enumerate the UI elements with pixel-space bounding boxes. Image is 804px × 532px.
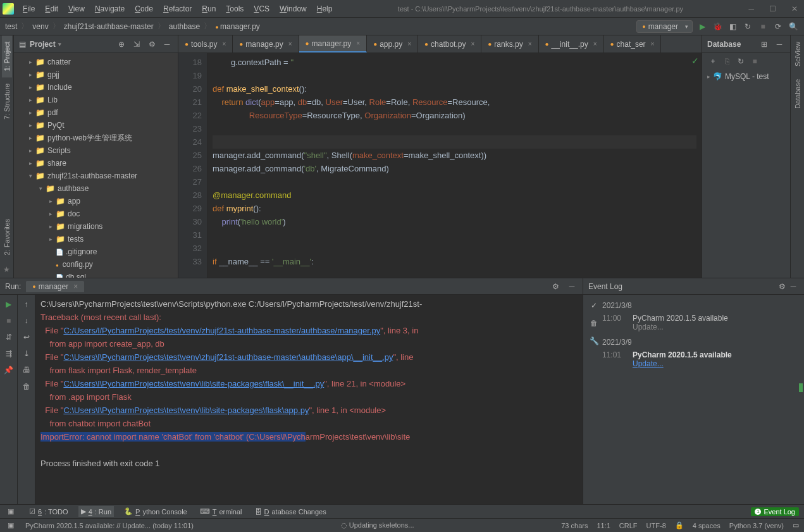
tool-tab-sciview[interactable]: SciView [793,35,803,73]
editor-tab-tools-py[interactable]: ●tools.py× [178,35,233,53]
locate-icon[interactable]: ⊕ [116,39,127,50]
up-stack-icon[interactable]: ↑ [21,299,32,310]
menu-vcs[interactable]: VCS [250,3,273,15]
bottom-tab-python-console[interactable]: 🐍 Python Console [121,506,190,517]
stop-db-icon[interactable]: ■ [749,56,760,67]
run-hide-icon[interactable]: ─ [566,281,578,292]
settings-icon[interactable]: ⚙ [146,39,158,50]
soft-wrap-icon[interactable]: ↩ [21,331,32,343]
bottom-tab-terminal[interactable]: ⌨ Terminal [197,506,245,517]
print-icon[interactable]: 🖶 [21,364,32,376]
breadcrumb-item[interactable]: test [5,22,17,31]
menu-code[interactable]: Code [131,3,157,15]
tree-item-pdf[interactable]: ▸📁pdf [14,106,178,119]
profile-button[interactable]: ↻ [742,21,753,32]
close-button[interactable]: ✕ [788,3,801,15]
editor-tab---init---py[interactable]: ●__init__.py× [539,35,604,53]
db-settings-icon[interactable]: ⊞ [758,39,770,50]
tree-item-gpjj[interactable]: ▸📁gpjj [14,68,178,81]
editor-tab-manage-py[interactable]: ●manage.py× [233,35,299,53]
breadcrumb-item[interactable]: ● manager.py [215,22,260,31]
event-config-icon[interactable]: 🔧 [588,335,600,347]
maximize-button[interactable]: ☐ [765,3,780,15]
line-separator[interactable]: CRLF [619,522,638,529]
run-settings-icon[interactable]: ⚙ [550,281,561,292]
event-update-link[interactable]: Update... [633,359,664,368]
bottom-tab-6--todo[interactable]: ☑ 6: TODO [27,506,71,517]
coverage-button[interactable]: ◧ [727,21,738,32]
hide-icon[interactable]: ─ [161,39,173,50]
close-tab-icon[interactable]: × [73,282,78,291]
editor-tab-ranks-py[interactable]: ●ranks.py× [481,35,538,53]
pin-icon[interactable]: 📌 [3,364,15,376]
tool-windows-icon[interactable]: ▣ [5,506,16,517]
memory-indicator-icon[interactable]: ▭ [793,521,799,529]
tree-item-db-sql[interactable]: 📄db.sql [14,271,178,278]
tool-tab-database[interactable]: Database [793,73,803,115]
project-panel-title[interactable]: Project [30,40,56,49]
debug-button[interactable]: 🐞 [712,21,723,32]
code-content[interactable]: g.contextPath = '' def make_shell_contex… [207,53,702,278]
menu-tools[interactable]: Tools [222,3,247,15]
indent-widget[interactable]: 4 spaces [693,522,721,529]
project-tree[interactable]: ▸📁chatter▸📁gpjj▸📁Include▸📁Lib▸📁pdf▸📁PyQt… [14,53,178,278]
tree-item-app[interactable]: ▸📁app [14,195,178,207]
menu-refactor[interactable]: Refactor [159,3,195,15]
collapse-all-icon[interactable]: ⇲ [131,39,142,50]
tree-item-tests[interactable]: ▸📁tests [14,233,178,245]
background-task[interactable]: ◌ Updating skeletons... [341,521,414,529]
event-update-link[interactable]: Update... [633,323,664,331]
close-tab-icon[interactable]: × [528,40,532,47]
bottom-tab-4--run[interactable]: ▶ 4: Run [78,506,114,517]
rerun-icon[interactable]: ▶ [3,299,15,310]
caret-position[interactable]: 11:1 [597,522,610,529]
tool-tab----structure[interactable]: 7: Structure [2,77,12,126]
close-tab-icon[interactable]: × [651,40,655,47]
menu-edit[interactable]: Edit [41,3,62,15]
menu-navigate[interactable]: Navigate [91,3,128,15]
event-clear-icon[interactable]: 🗑 [588,318,600,329]
status-menu-icon[interactable]: ▣ [5,520,16,531]
editor-tab-chat-ser[interactable]: ●chat_ser× [604,35,662,53]
tool-tab----favorites[interactable]: 2: Favorites [2,213,12,261]
breadcrumb-item[interactable]: zhujf21st-authbase-master [64,22,154,31]
datasource-row[interactable]: ▸ 🐬 MySQL - test [702,70,790,84]
close-tab-icon[interactable]: × [471,40,474,47]
tree-item-doc[interactable]: ▸📁doc [14,207,178,220]
menu-file[interactable]: File [19,3,39,15]
tree-item-pyqt[interactable]: ▸📁PyQt [14,119,178,132]
close-tab-icon[interactable]: × [593,40,597,47]
readonly-lock-icon[interactable]: 🔒 [675,521,684,529]
event-hide-icon[interactable]: ─ [788,281,799,292]
mark-read-icon[interactable]: ✓ [588,300,600,311]
close-tab-icon[interactable]: × [222,40,226,47]
run-configuration-selector[interactable]: ● manager [636,20,693,33]
tree-item-python-web------[interactable]: ▸📁python-web学生管理系统 [14,132,178,144]
menu-run[interactable]: Run [198,3,220,15]
run-tab[interactable]: ● manager × [26,281,84,292]
tree-item-config-py[interactable]: config.py [14,258,178,271]
close-tab-icon[interactable]: × [288,40,292,47]
tree-item-zhujf21st-authbase-master[interactable]: ▾📁zhujf21st-authbase-master [14,170,178,182]
bottom-tab-database-changes[interactable]: 🗄 Database Changes [252,506,329,517]
tool-tab----project[interactable]: 1: Project [2,35,12,77]
stop-button[interactable]: ■ [757,21,769,32]
event-settings-icon[interactable]: ⚙ [776,281,788,292]
scroll-to-end-icon[interactable]: ⤓ [21,348,32,359]
search-everywhere-button[interactable]: 🔍 [788,21,799,32]
breadcrumb-item[interactable]: venv [32,22,48,31]
menu-help[interactable]: Help [313,3,337,15]
menu-window[interactable]: Window [276,3,311,15]
tree-item-authbase[interactable]: ▾📁authbase [14,182,178,195]
down-stack-icon[interactable]: ↓ [21,315,32,326]
code-editor[interactable]: ✓ 18 19 20 21 22 23 24 25 26 27 28 29 30… [178,53,702,278]
db-hide-icon[interactable]: ─ [774,39,785,50]
run-button[interactable]: ▶ [696,21,708,32]
tree-item-lib[interactable]: ▸📁Lib [14,94,178,106]
close-tab-icon[interactable]: × [407,40,411,47]
editor-tab-manager-py[interactable]: ●manager.py× [299,35,368,53]
tree-item-scripts[interactable]: ▸📁Scripts [14,144,178,157]
duplicate-icon[interactable]: ⎘ [721,56,733,67]
file-encoding[interactable]: UTF-8 [646,522,666,529]
refresh-icon[interactable]: ↻ [735,56,746,67]
